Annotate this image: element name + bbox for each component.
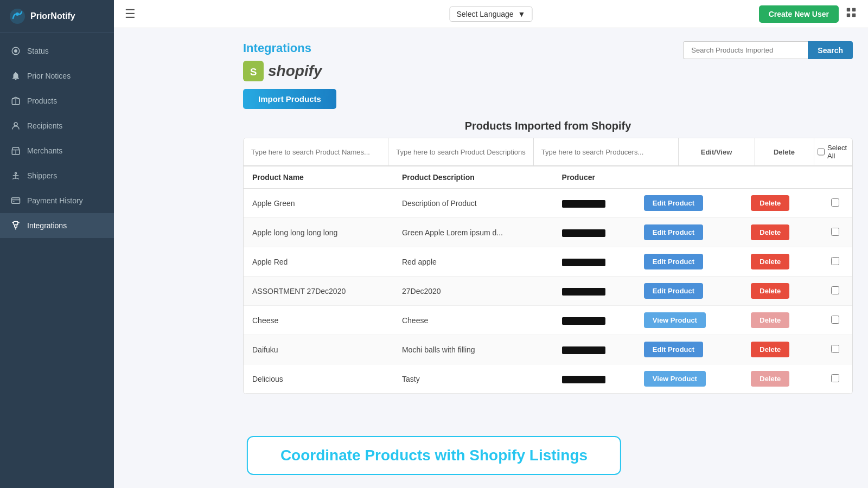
sidebar-item-status[interactable]: Status <box>0 38 114 63</box>
cell-product-desc: Green Apple Lorem ipsum d... <box>393 218 553 247</box>
cell-delete: Delete <box>742 277 818 306</box>
sidebar-item-prior-notices[interactable]: Prior Notices <box>0 63 114 88</box>
language-label: Select Language <box>457 10 514 18</box>
anchor-icon <box>11 171 21 181</box>
cell-action: Edit Product <box>635 189 742 218</box>
edit-product-button[interactable]: Edit Product <box>644 283 703 299</box>
topbar: ☰ Select Language ▼ Create New User <box>114 0 868 28</box>
svg-text:S: S <box>250 66 257 78</box>
sidebar-nav: Status Prior Notices Products Recipients… <box>0 33 114 488</box>
row-checkbox-6[interactable] <box>831 374 839 382</box>
row-checkbox-1[interactable] <box>831 228 839 236</box>
cell-product-desc: 27Dec2020 <box>393 277 553 306</box>
cell-product-name: Cheese <box>244 306 393 335</box>
sidebar-item-products[interactable]: Products <box>0 88 114 113</box>
create-new-user-button[interactable]: Create New User <box>759 5 839 23</box>
shopify-name: shopify <box>268 62 322 80</box>
language-selector[interactable]: Select Language ▼ <box>450 7 533 22</box>
cell-product-name: Apple long long long long <box>244 218 393 247</box>
hamburger-menu-icon[interactable]: ☰ <box>125 7 136 21</box>
cell-checkbox <box>818 218 852 247</box>
sidebar-item-shippers[interactable]: Shippers <box>0 163 114 188</box>
search-name-input[interactable] <box>244 138 388 165</box>
card-icon <box>11 196 21 206</box>
svg-rect-21 <box>847 14 850 17</box>
grid-icon[interactable] <box>845 7 857 21</box>
cell-producer <box>553 277 635 306</box>
sidebar: PriorNotify Status Prior Notices Product… <box>0 0 114 488</box>
bottom-banner: Coordinate Products with Shopify Listing… <box>247 436 621 475</box>
svg-point-0 <box>10 9 25 24</box>
table-row: Cheese Cheese View Product Delete <box>244 306 852 335</box>
delete-product-button[interactable]: Delete <box>751 342 789 357</box>
cell-checkbox <box>818 364 852 394</box>
cell-action: Edit Product <box>635 335 742 364</box>
sidebar-item-integrations[interactable]: Integrations <box>0 213 114 238</box>
cell-delete: Delete <box>742 247 818 277</box>
search-desc-input[interactable] <box>388 138 533 165</box>
cell-checkbox <box>818 306 852 335</box>
edit-product-button[interactable]: Edit Product <box>644 195 703 211</box>
cell-delete: Delete <box>742 189 818 218</box>
row-checkbox-4[interactable] <box>831 316 839 324</box>
edit-product-button[interactable]: Edit Product <box>644 342 703 357</box>
svg-rect-13 <box>13 202 15 203</box>
cell-delete: Delete <box>742 218 818 247</box>
sidebar-item-payment-history[interactable]: Payment History <box>0 188 114 213</box>
products-data-table: Product Name Product Description Produce… <box>244 166 852 394</box>
svg-rect-20 <box>852 8 856 11</box>
delete-product-button[interactable]: Delete <box>751 312 789 328</box>
sidebar-label-merchants: Merchants <box>27 146 62 155</box>
select-all-checkbox[interactable] <box>818 148 825 156</box>
view-product-button[interactable]: View Product <box>644 312 706 328</box>
sidebar-label-integrations: Integrations <box>27 221 67 230</box>
delete-product-button[interactable]: Delete <box>751 283 789 299</box>
svg-point-3 <box>14 49 17 53</box>
svg-rect-11 <box>12 198 20 204</box>
edit-product-button[interactable]: Edit Product <box>644 254 703 269</box>
col-producer: Producer <box>553 166 635 189</box>
user-icon <box>11 121 21 131</box>
cell-checkbox <box>818 189 852 218</box>
delete-product-button[interactable]: Delete <box>751 195 789 211</box>
row-checkbox-3[interactable] <box>831 286 839 294</box>
cell-producer <box>553 218 635 247</box>
cell-action: Edit Product <box>635 218 742 247</box>
cell-product-name: Daifuku <box>244 335 393 364</box>
edit-product-button[interactable]: Edit Product <box>644 224 703 240</box>
cell-product-name: Delicious <box>244 364 393 394</box>
products-table: Edit/View Delete Select All Product Name… <box>243 138 853 394</box>
sidebar-label-products: Products <box>27 97 57 105</box>
delete-product-button[interactable]: Delete <box>751 371 789 387</box>
cell-checkbox <box>818 335 852 364</box>
redacted-producer <box>562 288 605 296</box>
cell-product-desc: Mochi balls with filling <box>393 335 553 364</box>
import-products-button[interactable]: Import Products <box>243 89 336 109</box>
store-icon <box>11 146 21 156</box>
row-checkbox-2[interactable] <box>831 257 839 265</box>
row-checkbox-0[interactable] <box>831 198 839 207</box>
view-product-button[interactable]: View Product <box>644 371 706 387</box>
cell-action: Edit Product <box>635 247 742 277</box>
delete-product-button[interactable]: Delete <box>751 254 789 269</box>
cell-action: View Product <box>635 306 742 335</box>
search-producer-input[interactable] <box>534 138 679 165</box>
col-header-select-all: Select All <box>814 138 852 165</box>
table-title: Products Imported from Shopify <box>243 120 853 132</box>
table-row: Apple Red Red apple Edit Product Delete <box>244 247 852 277</box>
row-checkbox-5[interactable] <box>831 345 839 353</box>
col-actions <box>635 166 742 189</box>
table-row: Apple Green Description of Product Edit … <box>244 189 852 218</box>
svg-point-1 <box>16 12 19 16</box>
cell-action: View Product <box>635 364 742 394</box>
sidebar-item-recipients[interactable]: Recipients <box>0 113 114 138</box>
col-header-delete: Delete <box>755 138 814 165</box>
redacted-producer <box>562 376 605 383</box>
delete-product-button[interactable]: Delete <box>751 224 789 240</box>
search-button[interactable]: Search <box>808 41 853 59</box>
search-input[interactable] <box>683 41 808 59</box>
redacted-producer <box>562 317 605 325</box>
bell-icon <box>11 71 21 81</box>
sidebar-item-merchants[interactable]: Merchants <box>0 138 114 163</box>
cell-producer <box>553 364 635 394</box>
